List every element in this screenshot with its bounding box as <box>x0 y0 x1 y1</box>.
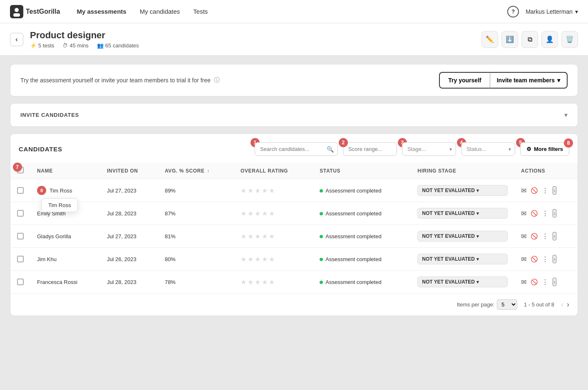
status: Assessment completed <box>313 202 411 225</box>
duplicate-button[interactable]: ⧉ <box>521 31 538 48</box>
star-4[interactable]: ★ <box>262 187 268 195</box>
nav-tests[interactable]: Tests <box>193 8 208 15</box>
more-filters-button[interactable]: ⚙ More filters 8 <box>520 142 569 156</box>
row-checkbox[interactable] <box>17 210 24 217</box>
row-expand-button[interactable]: › <box>553 255 556 263</box>
more-options-button[interactable]: ⋮ <box>542 278 548 286</box>
row-expand-button[interactable]: › <box>553 232 556 240</box>
row-checkbox[interactable] <box>17 233 24 239</box>
email-button[interactable]: ✉ <box>521 187 526 195</box>
email-button[interactable]: ✉ <box>521 278 526 286</box>
back-button[interactable]: ‹ <box>10 33 23 46</box>
star-4[interactable]: ★ <box>262 232 268 240</box>
hiring-stage-label: NOT YET EVALUATED <box>422 188 475 193</box>
per-page-select[interactable]: 5 10 25 <box>497 299 517 310</box>
download-button[interactable]: ⬇️ <box>501 31 518 48</box>
star-3[interactable]: ★ <box>255 187 261 195</box>
stage-select-wrap: Stage... <box>402 142 456 156</box>
star-1[interactable]: ★ <box>241 210 246 217</box>
star-3[interactable]: ★ <box>255 255 261 263</box>
block-user-button[interactable]: 🚫 <box>531 279 538 285</box>
filter-number-2: 2 <box>339 138 348 147</box>
row-checkbox[interactable] <box>17 256 24 262</box>
block-user-button[interactable]: 🚫 <box>531 187 538 194</box>
more-options-button[interactable]: ⋮ <box>542 232 548 240</box>
filter-icon: ⚙ <box>526 146 531 152</box>
sort-icon[interactable]: ↑ <box>207 168 210 173</box>
hiring-stage-chevron-icon: ▾ <box>476 188 479 193</box>
star-3[interactable]: ★ <box>255 232 261 240</box>
status-dot <box>320 281 323 284</box>
star-4[interactable]: ★ <box>262 210 268 217</box>
edit-button[interactable]: ✏️ <box>481 31 498 48</box>
candidate-name[interactable]: Jim Khu <box>37 256 57 262</box>
row-expand-button[interactable]: › <box>553 186 556 195</box>
stage-select[interactable]: Stage... <box>402 142 456 156</box>
col-hiring-stage: HIRING STAGE <box>411 163 514 179</box>
candidate-name[interactable]: Tim Ross <box>50 188 72 194</box>
invited-on: Jul 28, 2023 <box>100 202 158 225</box>
block-user-button[interactable]: 🚫 <box>531 256 538 262</box>
table-row: Jim Khu Jul 26, 202380%★★★★★Assessment c… <box>10 248 578 271</box>
hiring-stage-dropdown[interactable]: NOT YET EVALUATED ▾ <box>417 231 508 242</box>
star-3[interactable]: ★ <box>255 278 261 286</box>
next-page-button[interactable]: › <box>567 300 569 309</box>
delete-button[interactable]: 🗑️ <box>561 31 578 48</box>
prev-page-button[interactable]: ‹ <box>561 300 563 309</box>
invite-members-button[interactable]: Invite team members ▾ <box>490 72 568 89</box>
block-user-button[interactable]: 🚫 <box>531 233 538 239</box>
star-3[interactable]: ★ <box>255 210 261 217</box>
try-yourself-button[interactable]: Try yourself <box>439 72 490 89</box>
invite-chevron-icon: ▾ <box>557 77 560 84</box>
email-button[interactable]: ✉ <box>521 210 526 217</box>
invited-on: Jul 26, 2023 <box>100 248 158 271</box>
star-5[interactable]: ★ <box>269 210 275 217</box>
nav-my-candidates[interactable]: My candidates <box>140 8 180 15</box>
star-2[interactable]: ★ <box>248 187 253 195</box>
search-input[interactable] <box>255 142 338 156</box>
score-range-input[interactable] <box>343 142 397 156</box>
user-menu[interactable]: Markus Letterman ▾ <box>526 8 578 15</box>
star-1[interactable]: ★ <box>241 187 246 195</box>
share-button[interactable]: 👤 <box>541 31 558 48</box>
help-button[interactable]: ? <box>507 6 519 17</box>
star-2[interactable]: ★ <box>248 278 253 286</box>
star-1[interactable]: ★ <box>241 278 246 286</box>
row-checkbox[interactable] <box>17 187 24 194</box>
star-2[interactable]: ★ <box>248 210 253 217</box>
more-options-button[interactable]: ⋮ <box>542 255 548 263</box>
hiring-stage-dropdown[interactable]: NOT YET EVALUATED ▾ <box>417 185 508 196</box>
tests-count: ⚡ 5 tests <box>30 42 54 49</box>
row-expand-button[interactable]: › <box>553 278 556 286</box>
star-4[interactable]: ★ <box>262 255 268 263</box>
star-1[interactable]: ★ <box>241 232 246 240</box>
candidate-name[interactable]: Gladys Gorilla <box>37 233 71 239</box>
email-button[interactable]: ✉ <box>521 232 526 240</box>
star-5[interactable]: ★ <box>269 232 275 240</box>
star-5[interactable]: ★ <box>269 187 275 195</box>
user-name: Markus Letterman <box>526 8 573 15</box>
more-options-button[interactable]: ⋮ <box>542 210 548 217</box>
hiring-stage-dropdown[interactable]: NOT YET EVALUATED ▾ <box>417 276 508 287</box>
star-2[interactable]: ★ <box>248 232 253 240</box>
candidate-name[interactable]: Francesca Rossi <box>37 279 77 285</box>
star-2[interactable]: ★ <box>248 255 253 263</box>
status-select[interactable]: Status... <box>461 142 515 156</box>
status-text: Assessment completed <box>325 233 381 239</box>
invite-candidates-section[interactable]: INVITE CANDIDATES ▾ <box>10 103 578 127</box>
more-options-button[interactable]: ⋮ <box>542 187 548 195</box>
logo[interactable]: TestGorilla <box>10 5 60 18</box>
star-4[interactable]: ★ <box>262 278 268 286</box>
email-button[interactable]: ✉ <box>521 255 526 263</box>
hiring-stage-dropdown[interactable]: NOT YET EVALUATED ▾ <box>417 254 508 264</box>
nav-my-assessments[interactable]: My assessments <box>77 8 126 15</box>
row-checkbox[interactable] <box>17 279 24 285</box>
star-1[interactable]: ★ <box>241 255 246 263</box>
col-name: NAME <box>30 163 100 179</box>
row-expand-button[interactable]: › <box>553 209 556 217</box>
star-5[interactable]: ★ <box>269 255 275 263</box>
hiring-stage-dropdown[interactable]: NOT YET EVALUATED ▾ <box>417 208 508 219</box>
block-user-button[interactable]: 🚫 <box>531 210 538 217</box>
star-5[interactable]: ★ <box>269 278 275 286</box>
score-filter-wrap: 2 <box>343 142 397 156</box>
